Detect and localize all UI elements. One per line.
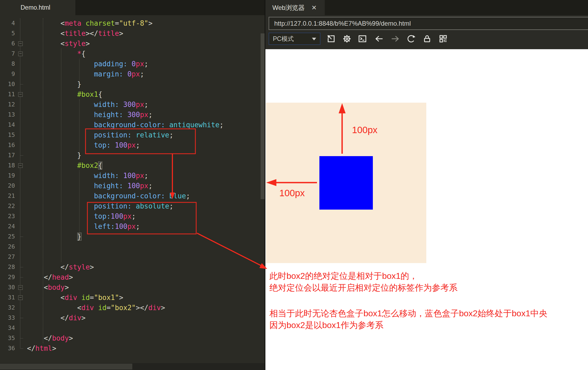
web-browser-pane: Web浏览器 ✕ http://127.0.0.1:8848/b%E7%AB%9… — [265, 0, 588, 370]
forward-arrow-icon[interactable] — [390, 34, 400, 44]
fold-end-tick-line-25 — [20, 237, 23, 237]
line-number: 16 — [0, 140, 15, 150]
line-number: 25 — [0, 232, 15, 242]
back-arrow-icon[interactable] — [374, 34, 384, 44]
code-line-6[interactable]: 6 <style> — [0, 38, 265, 49]
browser-viewport: 100px 100px 此时box2的绝对定位是相对于box1的，绝对定位会以最… — [265, 49, 588, 370]
code-text: *{ — [27, 49, 86, 59]
refresh-icon[interactable] — [406, 34, 416, 44]
code-line-20[interactable]: 20 height: 100px; — [0, 181, 265, 191]
line-number: 8 — [0, 59, 15, 69]
code-line-13[interactable]: 13 height: 300px; — [0, 110, 265, 120]
line-number: 20 — [0, 181, 15, 191]
code-text: top:100px; — [27, 211, 136, 221]
code-line-12[interactable]: 12 width: 300px; — [0, 99, 265, 110]
line-number: 14 — [0, 120, 15, 130]
line-number: 21 — [0, 191, 15, 201]
line-number: 30 — [0, 282, 15, 292]
code-line-21[interactable]: 21 background-color: blue; — [0, 191, 265, 201]
line-number: 34 — [0, 323, 15, 333]
fold-end-tick-line-28 — [20, 267, 23, 267]
unlock-icon[interactable] — [422, 34, 432, 44]
annotation-label-100px-left: 100px — [279, 188, 305, 198]
code-line-4[interactable]: 4 <meta charset="utf-8"> — [0, 18, 265, 28]
fold-marker-line-31[interactable] — [18, 295, 23, 300]
line-number: 26 — [0, 242, 15, 252]
editor-horizontal-scrollbar-thumb[interactable] — [0, 364, 132, 369]
editor-tab-bar: Demo.html — [0, 0, 265, 15]
code-line-28[interactable]: 28 </style> — [0, 262, 265, 272]
code-text: } — [27, 232, 82, 242]
line-number: 28 — [0, 262, 15, 272]
fold-marker-line-6[interactable] — [18, 41, 23, 46]
fold-marker-line-11[interactable] — [18, 92, 23, 97]
chevron-down-icon — [312, 38, 316, 40]
code-text: position: relative; — [27, 130, 173, 140]
code-line-19[interactable]: 19 width: 100px; — [0, 171, 265, 181]
code-line-23[interactable]: 23 top:100px; — [0, 211, 265, 221]
line-number: 27 — [0, 252, 15, 262]
code-line-16[interactable]: 16 top: 100px; — [0, 140, 265, 150]
line-number: 9 — [0, 69, 15, 79]
code-line-18[interactable]: 18 #box2{ — [0, 160, 265, 171]
browser-tab[interactable]: Web浏览器 ✕ — [265, 0, 325, 15]
code-line-10[interactable]: 10 } — [0, 79, 265, 89]
code-line-34[interactable]: 34 — [0, 323, 265, 333]
code-text: </body> — [27, 333, 73, 343]
device-mode-select[interactable]: PC模式 — [269, 33, 320, 45]
code-text: </div> — [27, 313, 86, 323]
line-number: 5 — [0, 28, 15, 38]
line-number: 17 — [0, 150, 15, 160]
code-line-5[interactable]: 5 <title></title> — [0, 28, 265, 38]
line-number: 29 — [0, 272, 15, 282]
line-number: 18 — [0, 160, 15, 171]
code-line-14[interactable]: 14 background-color: antiquewhite; — [0, 120, 265, 130]
code-text: background-color: antiquewhite; — [27, 120, 224, 130]
settings-gear-icon[interactable] — [342, 34, 352, 44]
code-text: margin: 0px; — [27, 69, 144, 79]
code-line-26[interactable]: 26 — [0, 242, 265, 252]
preview-box1-antiquewhite — [266, 103, 426, 263]
code-line-32[interactable]: 32 <div id="box2"></div> — [0, 303, 265, 313]
code-line-29[interactable]: 29 </head> — [0, 272, 265, 282]
code-line-36[interactable]: 36</html> — [0, 343, 265, 353]
code-line-30[interactable]: 30 <body> — [0, 282, 265, 292]
code-line-9[interactable]: 9 margin: 0px; — [0, 69, 265, 79]
device-mode-value: PC模式 — [273, 33, 294, 44]
qr-grid-icon[interactable] — [438, 34, 448, 44]
line-number: 4 — [0, 18, 15, 28]
editor-vertical-scrollbar[interactable] — [261, 33, 265, 199]
line-number: 36 — [0, 343, 15, 353]
editor-tab-demo-html[interactable]: Demo.html — [0, 0, 75, 15]
code-text: } — [27, 150, 82, 160]
code-line-31[interactable]: 31 <div id="box1"> — [0, 292, 265, 303]
code-line-27[interactable]: 27 — [0, 252, 265, 262]
code-line-33[interactable]: 33 </div> — [0, 313, 265, 323]
code-text: padding: 0px; — [27, 59, 148, 69]
terminal-icon[interactable] — [358, 34, 367, 44]
fold-marker-line-30[interactable] — [18, 285, 23, 290]
code-line-24[interactable]: 24 left:100px; — [0, 221, 265, 232]
code-line-35[interactable]: 35 </body> — [0, 333, 265, 343]
code-text: #box2{ — [27, 160, 102, 171]
code-line-15[interactable]: 15 position: relative; — [0, 130, 265, 140]
code-line-8[interactable]: 8 padding: 0px; — [0, 59, 265, 69]
code-line-22[interactable]: 22 position: absolute; — [0, 201, 265, 211]
code-line-25[interactable]: 25 } — [0, 232, 265, 242]
close-icon[interactable]: ✕ — [311, 0, 317, 15]
code-line-11[interactable]: 11 #box1{ — [0, 89, 265, 99]
code-line-7[interactable]: 7 *{ — [0, 49, 265, 59]
line-number: 23 — [0, 211, 15, 221]
line-number: 22 — [0, 201, 15, 211]
code-text: left:100px; — [27, 221, 140, 232]
address-bar-input[interactable]: http://127.0.0.1:8848/b%E7%AB%99/demo.ht… — [269, 17, 588, 30]
fold-marker-line-18[interactable] — [18, 163, 23, 168]
fold-end-tick-line-17 — [20, 155, 23, 156]
code-text: height: 100px; — [27, 181, 153, 191]
editor-horizontal-scrollbar[interactable] — [0, 363, 265, 370]
fold-marker-line-7[interactable] — [18, 52, 23, 56]
code-line-17[interactable]: 17 } — [0, 150, 265, 160]
fold-end-tick-line-35 — [20, 338, 23, 338]
open-external-icon[interactable] — [326, 34, 336, 44]
code-text: } — [27, 79, 82, 89]
